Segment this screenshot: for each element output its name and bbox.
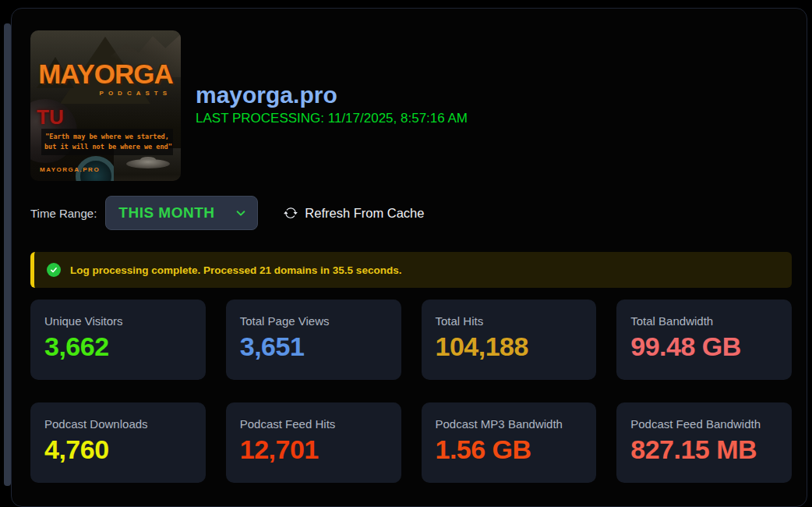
last-processing-status: LAST PROCESSING: 11/17/2025, 8:57:16 AM: [196, 111, 468, 126]
stat-label: Total Bandwidth: [630, 314, 778, 328]
left-scroll-strip[interactable]: [4, 23, 11, 486]
stat-label: Total Page Views: [240, 314, 387, 328]
stat-card-podcast-feed-bandwidth: Podcast Feed Bandwidth 827.15 MB: [616, 402, 792, 483]
stat-card-total-hits: Total Hits 104,188: [422, 300, 597, 380]
time-range-selected-value: THIS MONTH: [118, 204, 214, 222]
stat-card-podcast-mp3-bandwidth: Podcast MP3 Bandwidth 1.56 GB: [422, 402, 597, 483]
stat-card-total-bandwidth: Total Bandwidth 99.48 GB: [616, 300, 792, 380]
stat-value: 1.56 GB: [436, 434, 583, 465]
cover-quote-line1: "Earth may be where we started,: [44, 132, 170, 142]
stat-card-podcast-downloads: Podcast Downloads 4,760: [30, 402, 206, 483]
stat-label: Total Hits: [436, 314, 583, 328]
cover-headline: MAYORGA: [30, 58, 181, 90]
check-circle-icon: [47, 263, 61, 277]
alert-message: Log processing complete. Processed 21 do…: [70, 264, 401, 276]
stat-label: Podcast MP3 Bandwidth: [436, 417, 583, 431]
refresh-icon: [284, 206, 298, 220]
stat-value: 99.48 GB: [630, 332, 778, 362]
time-range-label: Time Range:: [30, 207, 97, 220]
stat-label: Podcast Feed Hits: [240, 417, 387, 431]
stat-value: 4,760: [44, 434, 192, 465]
log-processing-alert: Log processing complete. Processed 21 do…: [30, 252, 792, 288]
cover-subtitle: PODCASTS: [100, 90, 171, 97]
cover-brand: MAYORGA.PRO: [40, 166, 100, 173]
time-range-select[interactable]: THIS MONTH: [105, 196, 258, 230]
stat-value: 104,188: [436, 332, 583, 362]
stat-value: 3,662: [44, 332, 192, 362]
cover-side-text: TU: [37, 105, 64, 129]
stat-card-unique-visitors: Unique Visitors 3,662: [30, 300, 206, 380]
header: MAYORGA PODCASTS TU "Earth may be where …: [30, 30, 788, 181]
stat-label: Podcast Feed Bandwidth: [630, 417, 778, 431]
stat-label: Unique Visitors: [44, 314, 192, 328]
refresh-from-cache-button[interactable]: Refresh From Cache: [284, 206, 424, 221]
page-title: mayorga.pro: [196, 82, 468, 108]
stat-value: 827.15 MB: [630, 434, 778, 465]
refresh-button-label: Refresh From Cache: [305, 206, 424, 221]
chevron-down-icon: [235, 207, 246, 218]
cover-quote-line2: but it will not be where we end": [44, 142, 170, 152]
stat-card-total-page-views: Total Page Views 3,651: [226, 300, 401, 380]
stat-value: 3,651: [240, 332, 387, 362]
stats-grid: Unique Visitors 3,662 Total Page Views 3…: [30, 300, 792, 483]
ufo-icon: [126, 159, 170, 168]
cover-quote: "Earth may be where we started, but it w…: [41, 129, 173, 155]
podcast-cover-image: MAYORGA PODCASTS TU "Earth may be where …: [30, 30, 181, 181]
stat-card-podcast-feed-hits: Podcast Feed Hits 12,701: [226, 402, 401, 483]
header-text-block: mayorga.pro LAST PROCESSING: 11/17/2025,…: [196, 30, 468, 126]
controls-row: Time Range: THIS MONTH Refresh From Cach…: [30, 196, 788, 230]
dashboard-panel: MAYORGA PODCASTS TU "Earth may be where …: [11, 8, 807, 507]
stat-value: 12,701: [240, 434, 387, 465]
stat-label: Podcast Downloads: [44, 417, 192, 431]
